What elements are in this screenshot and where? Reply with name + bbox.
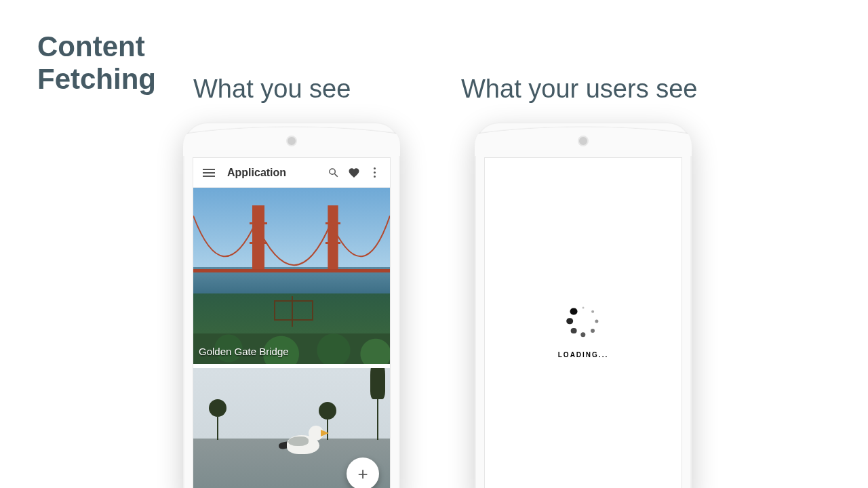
caption-user: What your users see <box>461 75 697 104</box>
overflow-button[interactable] <box>364 163 384 183</box>
phone-speaker <box>579 137 587 145</box>
app-bar: Application <box>193 158 390 188</box>
phone-screen: Application <box>193 157 391 488</box>
favorite-button[interactable] <box>344 163 364 183</box>
menu-button[interactable] <box>199 163 219 183</box>
loading-label: LOADING... <box>558 351 608 359</box>
content-list[interactable]: Golden Gate Bridge + <box>193 188 390 488</box>
slide-title: Content Fetching <box>37 30 214 96</box>
photo-golden-gate <box>193 188 390 364</box>
phone-screen: LOADING... <box>484 157 682 488</box>
phone-user: LOADING... <box>475 122 692 488</box>
slide: Content Fetching What you see What your … <box>0 0 868 488</box>
fab-add-button[interactable]: + <box>347 458 379 488</box>
caption-developer: What you see <box>193 75 351 104</box>
card-caption: Golden Gate Bridge <box>199 346 289 357</box>
plus-icon: + <box>357 464 368 485</box>
heart-icon <box>348 167 360 179</box>
loading-view: LOADING... <box>485 158 682 488</box>
overflow-icon <box>374 167 376 169</box>
phone-speaker <box>288 137 296 145</box>
phone-developer: Application <box>183 122 400 488</box>
search-button[interactable] <box>323 163 344 183</box>
search-icon <box>328 167 340 179</box>
spinner-icon <box>563 301 604 342</box>
hamburger-icon <box>203 169 215 177</box>
list-item[interactable]: Golden Gate Bridge <box>193 188 390 364</box>
app-title: Application <box>227 167 323 179</box>
